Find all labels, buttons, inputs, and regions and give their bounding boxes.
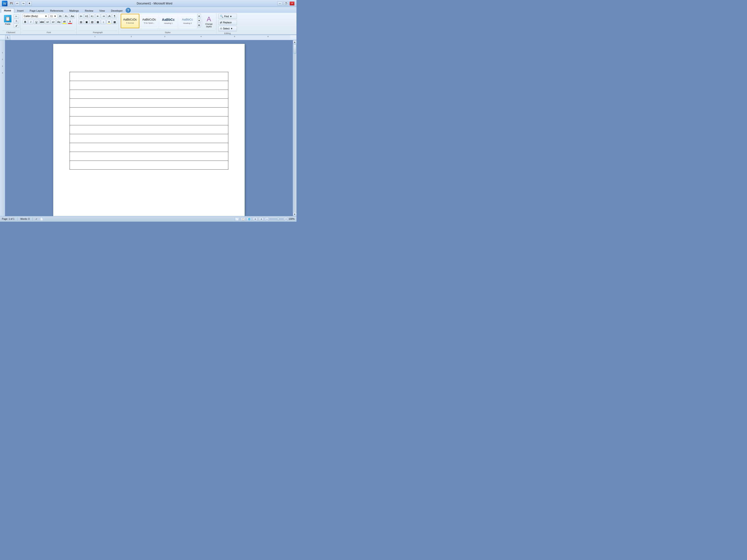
tab-review[interactable]: Review [82,8,96,13]
font-row1: Calibri (Body) ▼ 11 ▼ A↑ A↓ Aа [23,14,75,19]
style-no-spacing[interactable]: AaBbCcDc ¶ No Spaci... [140,14,158,28]
table-cell[interactable] [70,81,228,90]
change-styles-button[interactable]: A ChangeStyles [203,14,215,30]
numbering-button[interactable]: ≡1 [84,14,89,19]
scroll-down-btn[interactable]: ▼ [293,212,297,216]
table-cell[interactable] [70,72,228,81]
select-button[interactable]: ⊹ Select ▼ [218,26,237,31]
view-print-btn[interactable]: 📄 [235,217,239,221]
quick-access-dropdown[interactable]: ▼ [27,1,32,6]
cut-button[interactable]: ✂ [14,14,19,19]
style-heading2[interactable]: AaBbCc Heading 2 [178,14,197,28]
table-cell[interactable] [70,143,228,152]
scroll-thumb[interactable] [293,44,296,54]
tab-developer[interactable]: Developer [108,8,126,13]
align-right-btn[interactable]: ▧ [89,20,95,24]
align-left-btn[interactable]: ▤ [78,20,83,24]
bullets-button[interactable]: ≡• [78,14,83,19]
italic-button[interactable]: I [28,20,33,24]
table-cell[interactable] [70,134,228,143]
minimize-btn[interactable]: – [277,1,282,6]
zoom-slider-thumb[interactable] [277,218,279,220]
help-button[interactable]: ? [126,8,131,13]
tab-references[interactable]: References [47,8,66,13]
tab-page-layout[interactable]: Page Layout [27,8,47,13]
decrease-indent-btn[interactable]: ⇤ [95,14,100,19]
styles-scroll-up[interactable]: ▲ [197,14,201,18]
tab-home[interactable]: Home [1,8,14,13]
words-status: Words: 0 [20,218,30,220]
multilevel-button[interactable]: ≡↕ [89,14,95,19]
font-name-dropdown[interactable]: Calibri (Body) ▼ [23,14,48,19]
vruler-num-2: 2 [0,59,5,60]
save-quick-btn[interactable]: 💾 [9,1,14,6]
justify-btn[interactable]: ▦ [95,20,100,24]
style-normal[interactable]: AaBbCcDc ¶ Normal [121,14,139,28]
copy-button[interactable]: ⎘ [14,19,19,23]
shading-btn[interactable]: ▲ [106,20,111,24]
strikethrough-button[interactable]: abc [40,20,45,24]
bold-button[interactable]: B [23,20,28,24]
table-cell[interactable] [70,99,228,108]
underline-button[interactable]: U [34,20,39,24]
clear-format-button[interactable]: Aa [56,20,61,24]
decrease-font-btn[interactable]: A↓ [64,14,69,19]
view-outline-btn[interactable]: ≡ [253,217,257,221]
table-cell[interactable] [70,152,228,161]
main-area: 1 2 3 4 ▲ [0,40,297,216]
tab-mailings[interactable]: Mailings [66,8,82,13]
zoom-out-btn[interactable]: – [265,217,269,221]
highlight-color-button[interactable]: ab [62,20,67,24]
title-bar-left: W 💾 ↩ ↪ ▼ [2,1,32,6]
change-case-btn[interactable]: Aа [70,14,75,19]
document-page[interactable] [53,44,244,216]
restore-btn[interactable]: ❐ [283,1,288,6]
editing-label: Editing [218,31,237,34]
align-center-btn[interactable]: ▣ [84,20,89,24]
paste-button[interactable]: 📋 Paste [2,14,13,26]
superscript-button[interactable]: x2 [51,20,56,24]
replace-button[interactable]: ⇄ Replace [218,20,237,25]
table-cell[interactable] [70,90,228,99]
styles-expand[interactable]: ⊞ [197,23,201,27]
view-draft-btn[interactable]: ≡ [259,217,263,221]
highlight-bar [62,23,66,24]
sort-btn[interactable]: ↕A [106,14,111,19]
tab-selector[interactable]: L [5,35,10,40]
table-cell[interactable] [70,161,228,170]
font-color-bar [68,23,72,24]
styles-scroll-down[interactable]: ▼ [197,19,201,23]
close-btn[interactable]: ✕ [289,1,294,6]
vertical-scrollbar: ▲ ▼ [293,40,297,216]
font-size-dropdown[interactable]: 11 ▼ [49,14,57,19]
page-status: Page: 1 of 1 [2,218,15,220]
view-full-btn[interactable]: 📋 [241,217,246,221]
format-painter-button[interactable]: 🖌 [14,24,19,28]
zoom-in-btn[interactable]: + [284,217,288,221]
subscript-button[interactable]: x2 [45,20,50,24]
zoom-level: 100% [288,218,294,220]
style-heading2-label: Heading 2 [183,22,192,24]
language-status: ✓ [35,218,37,220]
borders-btn[interactable]: ▦ [112,20,117,24]
increase-indent-btn[interactable]: ⇥ [101,14,106,19]
increase-font-btn[interactable]: A↑ [58,14,63,19]
redo-quick-btn[interactable]: ↪ [21,1,26,6]
font-color-button[interactable]: A [68,20,73,24]
tab-view[interactable]: View [96,8,108,13]
tab-insert[interactable]: Insert [14,8,27,13]
table-cell[interactable] [70,125,228,134]
table-cell[interactable] [70,108,228,116]
scroll-track[interactable] [293,44,297,212]
scroll-up-btn[interactable]: ▲ [293,40,297,44]
table-cell[interactable] [70,116,228,125]
find-button[interactable]: 🔍 Find ▼ [218,14,237,19]
document-area[interactable] [5,40,293,216]
view-web-btn[interactable]: 🌐 [247,217,251,221]
show-hide-btn[interactable]: ¶ [112,14,117,19]
paragraph-label: Paragraph [78,31,117,34]
zoom-slider[interactable] [269,218,283,220]
line-spacing-btn[interactable]: ↕ [101,20,106,24]
undo-quick-btn[interactable]: ↩ [15,1,20,6]
style-heading1[interactable]: AaBbCc Heading 1 [159,14,178,28]
